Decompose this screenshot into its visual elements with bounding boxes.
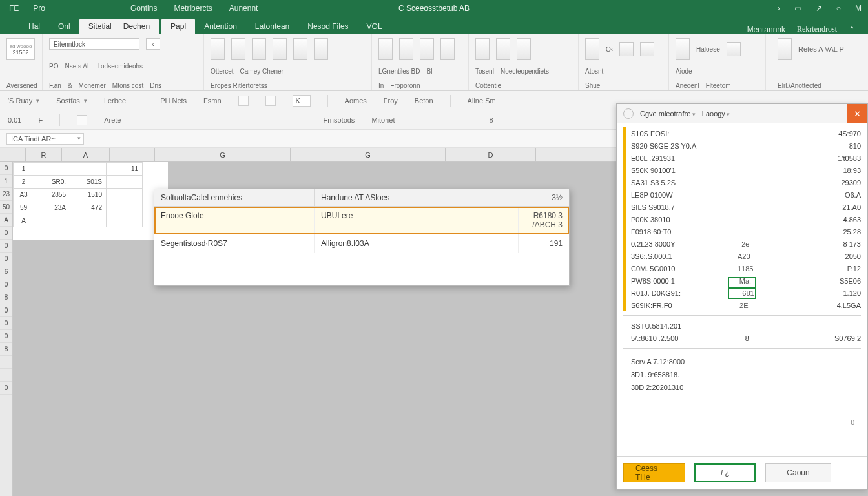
row-header[interactable]: 6 (0, 265, 12, 278)
refresh-icon[interactable] (623, 108, 634, 119)
cell[interactable]: 23A (34, 202, 70, 214)
cell[interactable] (34, 214, 70, 227)
panel-row[interactable]: 3D1. 9:658818. (631, 368, 861, 381)
panel-title[interactable]: Cgve mieotrafre (640, 110, 696, 118)
ribbon-icon[interactable] (378, 38, 393, 60)
opt-icon[interactable] (238, 96, 249, 106)
cell[interactable]: 2 (14, 176, 34, 189)
name-box[interactable]: ICA Tindt AR~ (6, 133, 84, 145)
opt-item[interactable]: Lerbee (104, 97, 126, 105)
panel-row[interactable]: 0.2L23 8000Y2e8 173 (631, 238, 861, 250)
row-header[interactable]: 0 (0, 304, 12, 317)
column-header[interactable]: R (26, 148, 62, 161)
ribbon-icon[interactable] (517, 38, 531, 60)
tab-papl[interactable]: Papl (161, 19, 195, 34)
opt-item[interactable]: 'S Ruay (8, 97, 39, 105)
cell[interactable]: 472 (70, 202, 107, 214)
row-header[interactable]: 0 (0, 162, 12, 175)
cell[interactable] (70, 163, 107, 176)
ribbon-icon[interactable] (399, 38, 413, 60)
row-header[interactable]: 8 (0, 343, 12, 356)
opt-item[interactable]: Aomes (345, 97, 367, 105)
panel-row[interactable]: SILS S9018.721.A0 (631, 201, 861, 213)
panel-row[interactable]: S69IK:FR.F02E4.L5GA (631, 299, 861, 311)
titlebar-mid[interactable]: Aunennt (229, 4, 258, 13)
cell[interactable] (107, 202, 143, 214)
titlebar-mid[interactable]: Metribercts (174, 4, 212, 13)
side-panel[interactable]: Cgve mieotrafre Laoogy ✕ S10S EOSI:4S:97… (616, 103, 868, 490)
panel-row[interactable]: SA31 S3 5.2S29309 (631, 176, 861, 189)
panel-row[interactable]: SSTU.5814.201 (623, 320, 861, 332)
column-header[interactable]: A (62, 148, 110, 161)
cancel-button[interactable]: Caoun (765, 463, 831, 482)
ribbon-icon[interactable] (496, 38, 510, 60)
titlebar-item[interactable]: FE (9, 4, 19, 13)
ribbon-icon[interactable] (585, 38, 599, 60)
panel-row[interactable]: E00L .2919311't0583 (631, 152, 861, 164)
cell[interactable]: SR0. (34, 176, 70, 189)
ribbon-icon[interactable] (252, 38, 266, 60)
opt-item[interactable]: Aline Sm (468, 97, 496, 105)
opt-item[interactable]: Fsmn (203, 97, 222, 105)
row-header[interactable]: 0 (0, 382, 12, 395)
window-icon[interactable]: ○ (836, 4, 841, 13)
column-header[interactable]: D (446, 148, 536, 161)
cell[interactable]: 59 (14, 202, 34, 214)
signature-icon[interactable]: Rekrtendrost (797, 25, 837, 34)
tab-onl[interactable]: Onl (49, 19, 79, 34)
window-icon[interactable]: M (855, 4, 862, 13)
opt-input[interactable] (293, 95, 311, 107)
cell[interactable] (34, 163, 70, 176)
panel-row[interactable]: Scrv A 7.12:8000 (631, 355, 861, 368)
opt-item[interactable]: Froy (384, 97, 398, 105)
close-icon[interactable]: ✕ (847, 104, 867, 123)
column-header[interactable]: G (291, 148, 446, 161)
window-icon[interactable]: › (778, 4, 780, 13)
tab-latontean[interactable]: Latontean (246, 19, 298, 34)
tab-nesod-files[interactable]: Nesod Files (298, 19, 357, 34)
opt-item[interactable]: Frnsotods (323, 116, 355, 124)
panel-row[interactable]: LE8P 0100WO6.A (631, 189, 861, 201)
panel-title-2[interactable]: Laoogy (702, 110, 730, 118)
cell[interactable] (70, 214, 107, 227)
font-size-box[interactable]: ‹ (146, 38, 160, 50)
ribbon-icon[interactable] (676, 38, 690, 60)
cell[interactable] (107, 176, 143, 189)
cell[interactable]: A3 (14, 189, 34, 202)
titlebar-item[interactable]: Pro (33, 4, 45, 13)
panel-row[interactable]: S50K 90100'118:93 (631, 164, 861, 176)
ribbon-icon[interactable] (475, 38, 490, 60)
titlebar-mid[interactable]: Gontins (130, 4, 157, 13)
dialog-row[interactable]: Segentistosd·R0S7Alligron8.I03A191 (154, 234, 569, 253)
row-header[interactable]: 0 (0, 278, 12, 291)
row-header[interactable]: A (0, 214, 12, 227)
column-header[interactable]: G (155, 148, 291, 161)
grid-cells[interactable]: 1112SR0.S01SA3285515105923A472A (13, 162, 168, 240)
cell[interactable] (107, 189, 143, 202)
panel-row[interactable]: F0918 60:T025.28 (631, 225, 861, 238)
ribbon-icon[interactable] (231, 38, 245, 60)
menubar-right[interactable]: Mentannnk (747, 25, 785, 34)
cell[interactable]: 1 (14, 163, 34, 176)
cell[interactable]: 1510 (70, 189, 107, 202)
ribbon-icon[interactable] (314, 38, 328, 60)
ribbon-icon[interactable] (640, 42, 654, 56)
cell[interactable]: 2855 (34, 189, 70, 202)
ribbon-icon[interactable] (727, 42, 741, 56)
panel-row[interactable]: S920 S6GE 2S Y0.A810 (631, 140, 861, 152)
tab-active-group[interactable]: Sitetial Dechen (79, 19, 159, 34)
tab-vol[interactable]: VOL (358, 19, 391, 34)
primary-button[interactable]: Ceess THe (623, 463, 685, 482)
row-header[interactable]: 1 (0, 175, 12, 188)
ribbon-icon[interactable] (211, 38, 225, 60)
row-header[interactable]: 0 (0, 317, 12, 330)
ribbon-icon[interactable] (273, 38, 287, 60)
cell[interactable] (107, 214, 143, 227)
row-header[interactable]: 0 (0, 330, 12, 343)
row-header[interactable]: 0 (0, 227, 12, 240)
row-header[interactable]: 8 (0, 291, 12, 304)
window-icon[interactable]: ▭ (794, 4, 801, 13)
cell[interactable]: A (14, 214, 34, 227)
opt-icon[interactable] (265, 96, 276, 106)
ok-button[interactable]: L¿ (694, 463, 756, 482)
